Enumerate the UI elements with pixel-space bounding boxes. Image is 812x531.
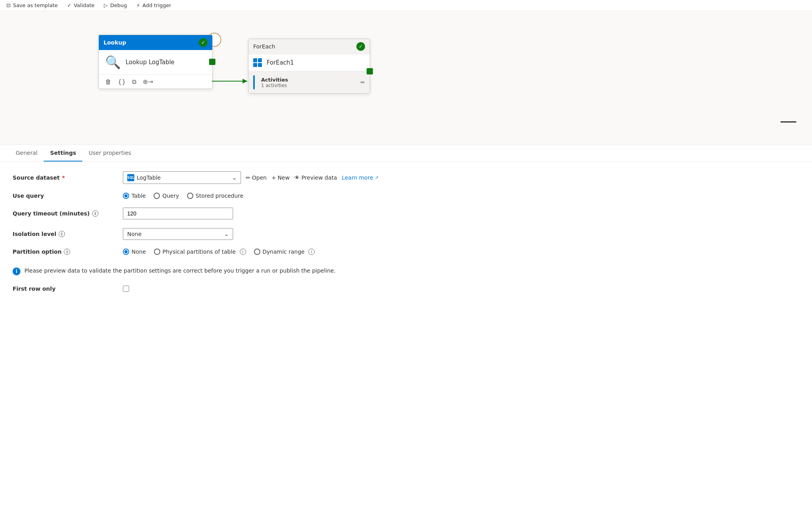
delete-icon[interactable]: 🗑	[105, 78, 111, 85]
radio-stored-procedure[interactable]: Stored procedure	[187, 193, 243, 199]
use-query-controls: Table Query Stored procedure	[123, 193, 799, 199]
validate-button[interactable]: ✓ Validate	[67, 2, 95, 8]
radio-table-circle	[123, 193, 129, 199]
source-dataset-controls: SQL LogTable ⌄ ✏ Open + New 👁 Preview da…	[123, 171, 799, 184]
preview-data-button[interactable]: 👁 Preview data	[294, 175, 337, 181]
debug-icon: ▷	[104, 2, 108, 8]
isolation-level-controls: None ⌄	[123, 228, 799, 240]
radio-physical-partitions[interactable]: Physical partitions of table i	[154, 249, 246, 255]
radio-partition-none[interactable]: None	[123, 249, 146, 255]
learn-more-link[interactable]: Learn more ↗	[342, 175, 378, 181]
settings-panel: Source dataset * SQL LogTable ⌄ ✏ Open +…	[0, 162, 812, 522]
add-activity-icon[interactable]: ⊕→	[143, 78, 153, 85]
activities-bar	[253, 75, 255, 89]
partition-info-message: i Please preview data to validate the pa…	[13, 264, 799, 279]
first-row-only-controls	[123, 286, 799, 292]
lookup-node[interactable]: Lookup ✓ 🔍 Lookup LogTable 🗑 {} ⧉ ⊕→	[98, 35, 213, 89]
isolation-level-dropdown[interactable]: None ⌄	[123, 228, 233, 240]
source-dataset-dropdown[interactable]: SQL LogTable ⌄	[123, 171, 241, 184]
partition-option-controls: None Physical partitions of table i Dyna…	[123, 249, 799, 255]
new-dataset-button[interactable]: + New	[271, 175, 289, 181]
foreach-activities-section: Activities 1 activities ✏	[248, 71, 370, 93]
save-template-icon: ⊡	[6, 2, 11, 8]
plus-icon: +	[271, 175, 276, 181]
separator-line	[780, 121, 796, 123]
lookup-success-badge: ✓	[199, 38, 208, 47]
lookup-node-body: 🔍 Lookup LogTable	[99, 50, 212, 74]
required-indicator: *	[62, 175, 65, 181]
query-timeout-input[interactable]	[123, 208, 233, 219]
settings-tabs: General Settings User properties	[0, 145, 812, 162]
foreach-node[interactable]: ForEach ✓ ForEach1 Activities 1 activiti…	[248, 39, 370, 94]
first-row-only-checkbox[interactable]	[123, 286, 129, 292]
external-link-icon: ↗	[375, 175, 378, 180]
isolation-level-info-icon[interactable]: i	[59, 231, 65, 237]
radio-stored-proc-circle	[187, 193, 193, 199]
first-row-only-label: First row only	[13, 286, 123, 292]
foreach-output-connector	[367, 68, 373, 74]
copy-icon[interactable]: ⧉	[132, 78, 136, 85]
add-trigger-icon: ⚡	[137, 2, 140, 8]
partition-radio-group: None Physical partitions of table i Dyna…	[123, 249, 315, 255]
use-query-row: Use query Table Query Stored procedure	[13, 193, 799, 199]
info-icon: i	[13, 267, 20, 275]
foreach-grid-icon	[253, 58, 262, 67]
chevron-down-icon: ⌄	[224, 231, 229, 237]
foreach-node-body: ForEach1	[248, 54, 370, 71]
toolbar: ⊡ Save as template ✓ Validate ▷ Debug ⚡ …	[0, 0, 812, 11]
lookup-node-actions: 🗑 {} ⧉ ⊕→	[99, 74, 212, 89]
radio-partition-none-circle	[123, 249, 129, 255]
code-icon[interactable]: {}	[118, 78, 126, 85]
physical-partitions-info-icon[interactable]: i	[240, 249, 246, 255]
partition-option-row: Partition option i None Physical partiti…	[13, 249, 799, 255]
add-trigger-button[interactable]: ⚡ Add trigger	[137, 2, 171, 8]
partition-option-info-icon[interactable]: i	[64, 249, 70, 255]
foreach-success-badge: ✓	[356, 42, 365, 51]
dynamic-range-info-icon[interactable]: i	[308, 249, 315, 255]
radio-physical-partitions-circle	[154, 249, 160, 255]
lookup-node-header: Lookup ✓	[99, 35, 212, 50]
edit-activities-icon[interactable]: ✏	[360, 79, 365, 85]
open-dataset-button[interactable]: ✏ Open	[246, 175, 267, 181]
first-row-only-row: First row only	[13, 286, 799, 292]
tab-user-properties[interactable]: User properties	[82, 145, 137, 162]
query-timeout-label: Query timeout (minutes) i	[13, 210, 123, 217]
radio-query[interactable]: Query	[154, 193, 179, 199]
foreach-node-header: ForEach ✓	[248, 39, 370, 54]
query-timeout-row: Query timeout (minutes) i	[13, 208, 799, 219]
preview-icon: 👁	[294, 175, 300, 181]
radio-table[interactable]: Table	[123, 193, 146, 199]
lookup-search-icon: 🔍	[105, 55, 121, 70]
save-template-button[interactable]: ⊡ Save as template	[6, 2, 58, 8]
lookup-output-connector	[209, 59, 215, 65]
use-query-radio-group: Table Query Stored procedure	[123, 193, 243, 199]
tab-general[interactable]: General	[9, 145, 44, 162]
debug-button[interactable]: ▷ Debug	[104, 2, 127, 8]
radio-dynamic-range[interactable]: Dynamic range i	[254, 249, 315, 255]
source-dataset-row: Source dataset * SQL LogTable ⌄ ✏ Open +…	[13, 171, 799, 184]
query-timeout-controls	[123, 208, 799, 219]
edit-pencil-icon: ✏	[246, 175, 250, 181]
source-dataset-label: Source dataset *	[13, 175, 123, 181]
isolation-level-label: Isolation level i	[13, 231, 123, 237]
radio-query-circle	[154, 193, 160, 199]
radio-dynamic-range-circle	[254, 249, 260, 255]
validate-icon: ✓	[67, 2, 72, 8]
query-timeout-info-icon[interactable]: i	[92, 210, 98, 217]
chevron-down-icon: ⌄	[232, 175, 237, 181]
pipeline-canvas: Lookup ✓ 🔍 Lookup LogTable 🗑 {} ⧉ ⊕→ For…	[0, 11, 812, 145]
use-query-label: Use query	[13, 193, 123, 199]
isolation-level-row: Isolation level i None ⌄	[13, 228, 799, 240]
tab-settings[interactable]: Settings	[44, 145, 82, 162]
partition-option-label: Partition option i	[13, 249, 123, 255]
sql-dataset-icon: SQL	[127, 174, 134, 181]
